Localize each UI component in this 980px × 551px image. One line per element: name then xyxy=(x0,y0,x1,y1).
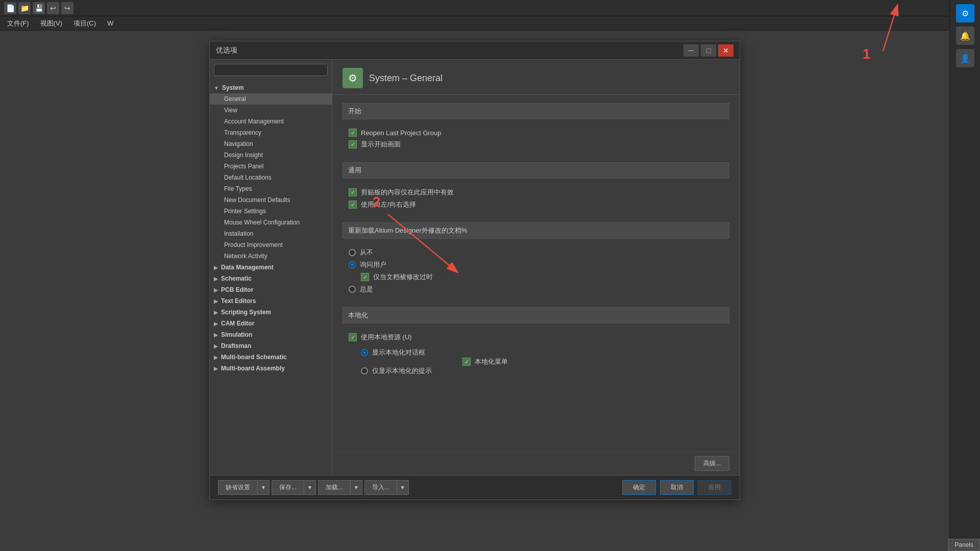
load-btn[interactable]: 加载... xyxy=(318,480,351,495)
expand-arrow-pcb-editor xyxy=(214,287,218,293)
option-show-local-dialogs: 显示本地化对话框 xyxy=(361,348,432,357)
tree-item-mouse-wheel[interactable]: Mouse Wheel Configuration xyxy=(210,217,332,228)
label-show-local-hints: 仅显示本地化的提示 xyxy=(372,366,432,375)
account-icon-btn[interactable]: 👤 xyxy=(956,49,974,67)
tree-item-design-insight[interactable]: Design Insight xyxy=(210,149,332,161)
ok-btn[interactable]: 确定 xyxy=(622,480,656,495)
dialog-minimize-btn[interactable]: ─ xyxy=(683,44,699,57)
notifications-icon-btn[interactable]: 🔔 xyxy=(956,27,974,45)
tree-item-draftsman[interactable]: Draftsman xyxy=(210,340,332,352)
tree-item-pcb-editor[interactable]: PCB Editor xyxy=(210,284,332,295)
tree-item-scripting-system[interactable]: Scripting System xyxy=(210,307,332,318)
checkbox-show-splash[interactable] xyxy=(349,140,357,148)
section-localization: 本地化 使用本地资源 (U) 显示本地化对话框 xyxy=(342,307,729,381)
menu-file[interactable]: 文件(F) xyxy=(2,17,34,30)
panels-btn[interactable]: Panels xyxy=(948,539,980,551)
tree-item-multiboard-schematic[interactable]: Multi-board Schematic xyxy=(210,352,332,363)
annotation-1-label: 1 xyxy=(863,46,871,62)
import-btn[interactable]: 导入... xyxy=(364,480,397,495)
checkbox-clipboard-local[interactable] xyxy=(349,188,357,196)
tree-item-multiboard-assembly[interactable]: Multi-board Assembly xyxy=(210,363,332,374)
load-arrow-btn[interactable]: ▼ xyxy=(351,480,362,495)
tree-item-installation[interactable]: Installation xyxy=(210,228,332,239)
apply-btn[interactable]: 应用 xyxy=(698,480,731,495)
label-never: 从不 xyxy=(360,248,373,257)
checkbox-only-modified[interactable] xyxy=(361,273,369,281)
toolbar-icon-undo[interactable]: ↩ xyxy=(47,2,59,14)
section-content-localization: 使用本地资源 (U) 显示本地化对话框 xyxy=(342,328,729,381)
toolbar-icon-new[interactable]: 📄 xyxy=(4,2,16,14)
left-panel: System General View Account Management T… xyxy=(210,60,332,475)
radio-show-local-hints[interactable] xyxy=(361,367,368,374)
label-show-splash: 显示开始画面 xyxy=(361,140,401,149)
main-area: 优选项 ─ □ ✕ System General View xyxy=(0,31,949,551)
tree-item-data-management[interactable]: Data Management xyxy=(210,262,332,273)
right-content: ⚙ System – General 开始 Reopen Last Projec… xyxy=(332,60,740,475)
settings-icon-btn[interactable]: ⚙ xyxy=(956,4,974,22)
checkbox-use-local[interactable] xyxy=(349,333,357,341)
toolbar-icon-open[interactable]: 📁 xyxy=(18,2,31,14)
expand-arrow-cam-editor xyxy=(214,321,218,327)
menu-w[interactable]: W xyxy=(102,18,118,29)
import-arrow-btn[interactable]: ▼ xyxy=(397,480,409,495)
default-settings-arrow-btn[interactable]: ▼ xyxy=(258,480,270,495)
option-show-local-hints: 仅显示本地化的提示 xyxy=(361,366,432,375)
option-local-menu: 本地化菜单 xyxy=(462,357,508,366)
tree-item-network-activity[interactable]: Network Activity xyxy=(210,251,332,262)
save-btn[interactable]: 保存... xyxy=(272,480,304,495)
option-use-lr-select: 使用向左/向右选择 xyxy=(349,200,723,209)
label-use-local: 使用本地资源 (U) xyxy=(361,333,412,342)
menu-project[interactable]: 项目(C) xyxy=(68,17,101,30)
tree-item-file-types[interactable]: File Types xyxy=(210,183,332,194)
tree-item-text-editors[interactable]: Text Editors xyxy=(210,295,332,307)
checkbox-use-lr-select[interactable] xyxy=(349,201,357,209)
tree-item-view[interactable]: View xyxy=(210,105,332,116)
expand-arrow-data-management xyxy=(214,265,218,270)
tree-item-projects-panel[interactable]: Projects Panel xyxy=(210,161,332,172)
tree-item-navigation[interactable]: Navigation xyxy=(210,138,332,149)
content-header: ⚙ System – General xyxy=(332,60,740,95)
top-toolbar: 📄 📁 💾 ↩ ↪ xyxy=(0,0,980,16)
label-show-local-dialogs: 显示本地化对话框 xyxy=(372,348,425,357)
expand-arrow-scripting-system xyxy=(214,310,218,315)
tree-item-default-locations[interactable]: Default Locations xyxy=(210,172,332,183)
option-show-splash: 显示开始画面 xyxy=(349,140,723,149)
radio-show-local-dialogs[interactable] xyxy=(361,349,368,356)
label-ask: 询问用户 xyxy=(360,260,386,269)
menu-view[interactable]: 视图(V) xyxy=(35,17,67,30)
radio-never[interactable] xyxy=(349,249,356,256)
tree-item-system[interactable]: System xyxy=(210,82,332,93)
tree-item-schematic[interactable]: Schematic xyxy=(210,273,332,284)
option-only-modified: 仅当文档被修改过时 xyxy=(349,272,723,282)
expand-arrow-text-editors xyxy=(214,298,218,304)
toolbar-icon-redo[interactable]: ↪ xyxy=(61,2,74,14)
tree-item-cam-editor[interactable]: CAM Editor xyxy=(210,318,332,329)
checkbox-reopen-last[interactable] xyxy=(349,129,357,137)
tree-item-new-document-defaults[interactable]: New Document Defaults xyxy=(210,194,332,206)
default-settings-btn[interactable]: 缺省设置 xyxy=(218,480,258,495)
tree-item-account-management[interactable]: Account Management xyxy=(210,116,332,127)
dialog-maximize-btn[interactable]: □ xyxy=(701,44,716,57)
section-header-general: 通用 xyxy=(342,162,729,179)
toolbar-icon-save[interactable]: 💾 xyxy=(33,2,45,14)
section-header-reload: 重新加载Altium Designer外修改的文档% xyxy=(342,222,729,239)
expand-arrow-system xyxy=(214,85,219,91)
dialog-close-btn[interactable]: ✕ xyxy=(718,44,733,57)
search-input[interactable] xyxy=(214,64,328,76)
tree-item-printer-settings[interactable]: Printer Settings xyxy=(210,206,332,217)
section-content-general: 剪贴板的内容仅在此应用中有效 使用向左/向右选择 xyxy=(342,183,729,214)
tree-item-general[interactable]: General xyxy=(210,93,332,105)
tree-item-product-improvement[interactable]: Product Improvement xyxy=(210,239,332,251)
save-arrow-btn[interactable]: ▼ xyxy=(304,480,316,495)
radio-ask[interactable] xyxy=(349,261,356,268)
advanced-btn[interactable]: 高级... xyxy=(695,456,729,471)
radio-always[interactable] xyxy=(349,286,356,293)
cancel-btn[interactable]: 取消 xyxy=(660,480,694,495)
tree-item-transparency[interactable]: Transparency xyxy=(210,127,332,138)
section-content-reload: 从不 询问用户 仅当文档被修改过时 xyxy=(342,243,729,299)
tree-item-simulation[interactable]: Simulation xyxy=(210,329,332,340)
dialog-controls: ─ □ ✕ xyxy=(683,44,733,57)
checkbox-local-menu[interactable] xyxy=(462,358,471,366)
content-title: System – General xyxy=(369,73,443,84)
import-group: 导入... ▼ xyxy=(364,480,409,495)
